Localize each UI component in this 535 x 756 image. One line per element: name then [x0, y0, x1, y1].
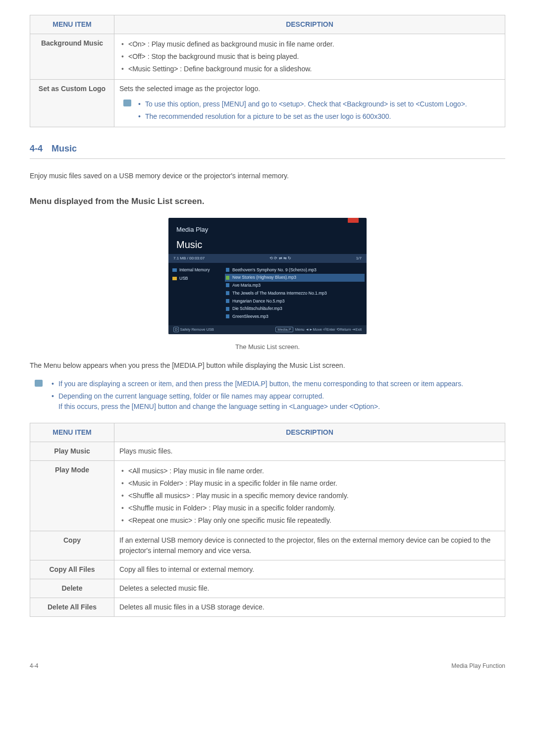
- row-label: Set as Custom Logo: [30, 80, 114, 127]
- track-item: The Jewels of The Madonna Intermezzo No.…: [225, 289, 365, 297]
- row-desc: If an external USB memory device is conn…: [114, 531, 505, 560]
- row-desc: Copy all files to internal or external m…: [114, 560, 505, 579]
- intro-text: Enjoy music files saved on a USB memory …: [30, 171, 505, 181]
- list-item: The recommended resolution for a picture…: [136, 110, 497, 123]
- figure-caption: The Music List screen.: [30, 342, 505, 352]
- row-desc: Deletes a selected music file.: [114, 579, 505, 598]
- table-row: Play Mode <All musics> : Play music in f…: [30, 461, 505, 531]
- list-item: <All musics> : Play music in file name o…: [119, 465, 500, 477]
- foot-right: Media.P Menu ◄►Move ⏎Enter ⟲Return ⇥Exit: [274, 327, 362, 332]
- track-item: Ave Maria.mp3: [225, 282, 365, 290]
- status-right: 1/7: [356, 255, 362, 261]
- note-icon: [226, 299, 229, 303]
- track-item: Hungarian Dance No.5.mp3: [225, 297, 365, 305]
- status-icons: ⟲ ⟳ ⇄ ⇆ ↻: [269, 255, 291, 261]
- table-row: Set as Custom Logo Sets the selected ima…: [30, 80, 505, 127]
- table-row: Play Music Plays music files.: [30, 442, 505, 461]
- section-title: Music: [52, 144, 77, 153]
- section-heading: 4-4 Music: [30, 142, 505, 155]
- list-item: <Repeat one music> : Play only one speci…: [119, 514, 500, 527]
- media-mode: Music: [176, 237, 359, 252]
- note-block: If you are displaying a screen or item, …: [35, 378, 505, 413]
- device-icon: [172, 268, 177, 272]
- row-desc: <All musics> : Play music in file name o…: [114, 461, 505, 531]
- th-menu-item: MENU ITEM: [30, 15, 114, 34]
- row-desc: Plays music files.: [114, 442, 505, 461]
- list-item: To use this option, press [MENU] and go …: [136, 98, 497, 110]
- track-item-selected: New Stories (Highway Blues).mp3: [225, 274, 365, 282]
- row-label: Copy: [30, 531, 114, 560]
- note-icon: [226, 268, 229, 272]
- footer-right: Media Play Function: [451, 661, 505, 670]
- track-item: Die Schlittschuhläufer.mp3: [225, 305, 365, 313]
- track-item: Beethoven's Symphony No. 9 (Scherzo).mp3: [225, 266, 365, 274]
- row-desc: Deletes all music files in a USB storage…: [114, 598, 505, 617]
- list-item: If you are displaying a screen or item, …: [50, 378, 505, 390]
- usb-icon: [348, 218, 359, 223]
- table-row: Delete Deletes a selected music file.: [30, 579, 505, 598]
- section-underline: [30, 158, 505, 159]
- list-item: <On> : Play music defined as background …: [119, 38, 500, 50]
- th-menu-item: MENU ITEM: [30, 423, 114, 442]
- note-icon: [226, 291, 229, 295]
- status-left: 7.1 MB / 00:03:07: [173, 255, 205, 261]
- table-music-menu: MENU ITEM DESCRIPTION Play Music Plays m…: [30, 423, 505, 617]
- row-label: Background Music: [30, 34, 114, 80]
- row-desc: Sets the selected image as the projector…: [114, 80, 505, 127]
- list-item: <Music in Folder> : Play music in a spec…: [119, 477, 500, 490]
- note-icon: [226, 283, 229, 287]
- note-icon: [226, 307, 229, 311]
- list-item: <Off> : Stop the background music that i…: [119, 50, 500, 63]
- music-list-figure: Media Play Music 7.1 MB / 00:03:07 ⟲ ⟳ ⇄…: [30, 218, 505, 337]
- note-icon: [226, 276, 229, 280]
- after-figure-text: The Menu below appears when you press th…: [30, 360, 505, 371]
- list-item: <Shuffle music in Folder> : Play music i…: [119, 502, 500, 514]
- row-label: Play Mode: [30, 461, 114, 531]
- row-desc: <On> : Play music defined as background …: [114, 34, 505, 80]
- page-footer: 4-4 Media Play Function: [30, 661, 505, 670]
- note-icon: [226, 314, 229, 318]
- subheading: Menu displayed from the Music List scree…: [30, 195, 505, 208]
- row-label: Delete All Files: [30, 598, 114, 617]
- note-icon: [123, 100, 131, 106]
- table-row: Copy If an external USB memory device is…: [30, 531, 505, 560]
- th-description: DESCRIPTION: [114, 15, 505, 34]
- footer-left: 4-4: [30, 661, 38, 670]
- row-label: Copy All Files: [30, 560, 114, 579]
- list-item: <Shuffle all musics> : Play music in a s…: [119, 490, 500, 502]
- th-description: DESCRIPTION: [114, 423, 505, 442]
- list-item: Depending on the current language settin…: [50, 390, 505, 413]
- table-bg-music: MENU ITEM DESCRIPTION Background Music <…: [30, 15, 505, 127]
- table-row: Background Music <On> : Play music defin…: [30, 34, 505, 80]
- device-item: USB: [172, 274, 219, 283]
- section-number: 4-4: [30, 144, 43, 153]
- device-icon: [172, 277, 177, 280]
- table-row: Delete All Files Deletes all music files…: [30, 598, 505, 617]
- note-icon: [35, 380, 43, 387]
- device-item: Internal Memory: [172, 266, 219, 274]
- table-row: Copy All Files Copy all files to interna…: [30, 560, 505, 579]
- lead-text: Sets the selected image as the projector…: [119, 84, 500, 94]
- foot-left: D Safely Remove USB: [173, 327, 214, 332]
- row-label: Delete: [30, 579, 114, 598]
- row-label: Play Music: [30, 442, 114, 461]
- track-item: GreenSleeves.mp3: [225, 313, 365, 321]
- media-brand: Media Play: [176, 225, 359, 235]
- list-item: <Music Setting> : Define background musi…: [119, 63, 500, 75]
